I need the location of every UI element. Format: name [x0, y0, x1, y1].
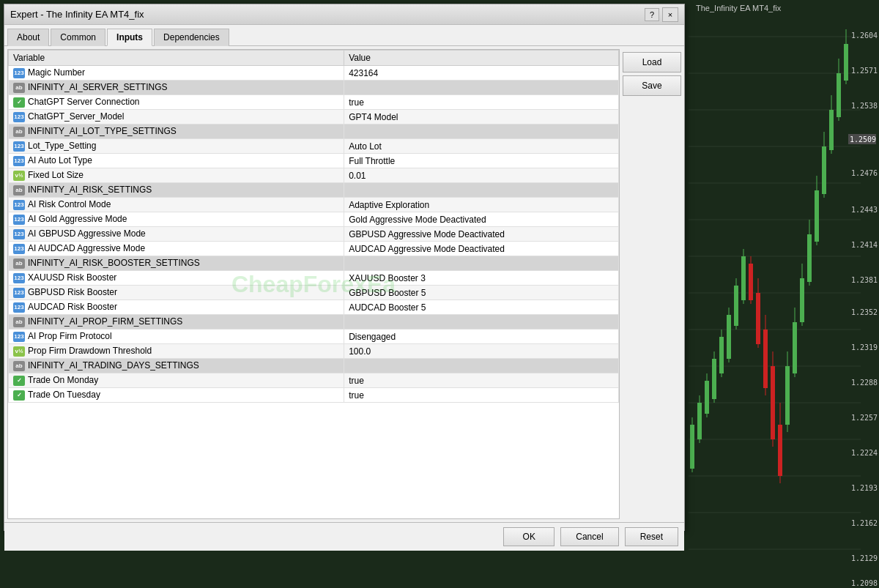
table-row[interactable]: 123GBPUSD Risk BoosterGBPUSD Booster 5 [9, 286, 619, 300]
table-row[interactable]: 123AI GBPUSD Aggressive ModeGBPUSD Aggre… [9, 227, 619, 242]
table-row[interactable]: 123AUDCAD Risk BoosterAUDCAD Booster 5 [9, 300, 619, 315]
svg-text:1.2352: 1.2352 [851, 308, 878, 316]
variable-cell: 123AI Gold Aggressive Mode [9, 212, 344, 227]
cancel-button[interactable]: Cancel [560, 527, 618, 546]
value-cell[interactable]: GPT4 Model [344, 110, 619, 124]
type-icon: ✓ [13, 376, 25, 386]
svg-text:1.2224: 1.2224 [851, 449, 878, 457]
tab-inputs[interactable]: Inputs [107, 29, 152, 46]
svg-text:1.2098: 1.2098 [851, 579, 878, 587]
variable-cell: 123ChatGPT_Server_Model [9, 110, 344, 124]
table-row[interactable]: ✓Trade On Tuesdaytrue [9, 388, 619, 403]
tab-about[interactable]: About [7, 29, 49, 46]
svg-text:1.2538: 1.2538 [851, 102, 878, 110]
tab-bar: About Common Inputs Dependencies [4, 25, 684, 46]
value-cell [344, 183, 619, 198]
main-panel: Variable Value 123Magic Number423164abIN… [4, 46, 684, 522]
table-row: abINFINITY_AI_PROP_FIRM_SETTINGS [9, 315, 619, 330]
variable-cell: ✓Trade On Monday [9, 373, 344, 388]
value-cell[interactable]: 0.01 [344, 168, 619, 183]
svg-text:The_Infinity EA MT4_fix: The_Infinity EA MT4_fix [696, 4, 782, 12]
value-cell[interactable]: Auto Lot [344, 139, 619, 154]
type-icon: ab [13, 127, 25, 137]
type-icon: ab [13, 185, 25, 196]
type-icon: 123 [13, 200, 25, 210]
variable-cell: ✓ChatGPT Server Connection [9, 95, 344, 110]
type-icon: 123 [13, 332, 25, 342]
type-icon: 123 [13, 68, 25, 78]
type-icon: v½ [13, 171, 25, 181]
table-row[interactable]: 123XAUUSD Risk BoosterXAUUSD Booster 3 [9, 271, 619, 286]
load-button[interactable]: Load [623, 52, 681, 72]
table-row[interactable]: 123ChatGPT_Server_ModelGPT4 Model [9, 110, 619, 124]
ok-button[interactable]: OK [503, 527, 555, 546]
col-variable: Variable [9, 51, 344, 66]
svg-text:1.2571: 1.2571 [851, 67, 878, 75]
value-cell[interactable]: AUDCAD Aggressive Mode Deactivated [344, 242, 619, 256]
table-row: abINFINITY_AI_SERVER_SETTINGS [9, 81, 619, 95]
value-cell[interactable]: GBPUSD Aggressive Mode Deactivated [344, 227, 619, 242]
table-row: abINFINITY_AI_LOT_TYPE_SETTINGS [9, 124, 619, 139]
right-panel: Load Save [623, 49, 681, 519]
table-row[interactable]: v½Fixed Lot Size0.01 [9, 168, 619, 183]
value-cell[interactable]: true [344, 373, 619, 388]
value-cell[interactable]: GBPUSD Booster 5 [344, 286, 619, 300]
variable-cell: abINFINITY_AI_LOT_TYPE_SETTINGS [9, 124, 344, 139]
svg-text:1.2414: 1.2414 [851, 241, 878, 249]
variable-cell: abINFINITY_AI_RISK_SETTINGS [9, 183, 344, 198]
save-button[interactable]: Save [623, 75, 681, 96]
type-icon: 123 [13, 244, 25, 254]
dialog-controls: ? × [645, 7, 678, 22]
value-cell[interactable]: Adaptive Exploration [344, 198, 619, 212]
close-button[interactable]: × [662, 7, 678, 22]
help-button[interactable]: ? [645, 8, 659, 21]
type-icon: ab [13, 83, 25, 93]
tab-common[interactable]: Common [51, 29, 105, 46]
value-cell [344, 124, 619, 139]
variable-cell: 123AI GBPUSD Aggressive Mode [9, 227, 344, 242]
table-row[interactable]: 123AI AUDCAD Aggressive ModeAUDCAD Aggre… [9, 242, 619, 256]
variable-cell: abINFINITY_AI_TRADING_DAYS_SETTINGS [9, 359, 344, 373]
table-row[interactable]: 123AI Prop Firm ProtocolDisengaged [9, 330, 619, 344]
type-icon: 123 [13, 229, 25, 239]
table-row[interactable]: 123Magic Number423164 [9, 66, 619, 81]
variable-cell: 123AI Prop Firm Protocol [9, 330, 344, 344]
svg-text:1.2162: 1.2162 [851, 519, 878, 527]
col-value: Value [344, 51, 619, 66]
svg-text:1.2319: 1.2319 [851, 343, 878, 351]
value-cell[interactable]: Disengaged [344, 330, 619, 344]
value-cell[interactable]: true [344, 388, 619, 403]
value-cell[interactable]: Gold Aggressive Mode Deactivated [344, 212, 619, 227]
variable-cell: abINFINITY_AI_RISK_BOOSTER_SETTINGS [9, 256, 344, 271]
value-cell[interactable]: true [344, 95, 619, 110]
type-icon: ✓ [13, 390, 25, 401]
table-row[interactable]: 123AI Gold Aggressive ModeGold Aggressiv… [9, 212, 619, 227]
type-icon: 123 [13, 288, 25, 298]
value-cell[interactable]: 100.0 [344, 344, 619, 359]
tab-dependencies[interactable]: Dependencies [154, 29, 229, 46]
type-icon: 123 [13, 141, 25, 152]
value-cell[interactable]: 423164 [344, 66, 619, 81]
value-cell [344, 359, 619, 373]
value-cell[interactable]: Full Throttle [344, 154, 619, 168]
variable-cell: 123AUDCAD Risk Booster [9, 300, 344, 315]
value-cell [344, 315, 619, 330]
svg-text:1.2509: 1.2509 [850, 135, 876, 144]
table-row[interactable]: ✓ChatGPT Server Connectiontrue [9, 95, 619, 110]
table-row[interactable]: 123AI Auto Lot TypeFull Throttle [9, 154, 619, 168]
svg-text:1.2288: 1.2288 [851, 379, 878, 387]
svg-text:1.2604: 1.2604 [851, 31, 878, 40]
type-icon: v½ [13, 346, 25, 357]
table-row[interactable]: v½Prop Firm Drawdown Threshold100.0 [9, 344, 619, 359]
table-row[interactable]: 123AI Risk Control ModeAdaptive Explorat… [9, 198, 619, 212]
value-cell[interactable]: AUDCAD Booster 5 [344, 300, 619, 315]
value-cell[interactable]: XAUUSD Booster 3 [344, 271, 619, 286]
table-row[interactable]: 123Lot_Type_SettingAuto Lot [9, 139, 619, 154]
table-row[interactable]: ✓Trade On Mondaytrue [9, 373, 619, 388]
reset-button[interactable]: Reset [625, 527, 678, 546]
parameters-table: Variable Value 123Magic Number423164abIN… [8, 50, 619, 403]
type-icon: ✓ [13, 97, 25, 108]
variable-cell: abINFINITY_AI_SERVER_SETTINGS [9, 81, 344, 95]
variable-cell: 123XAUUSD Risk Booster [9, 271, 344, 286]
table-scroll[interactable]: Variable Value 123Magic Number423164abIN… [8, 50, 619, 518]
